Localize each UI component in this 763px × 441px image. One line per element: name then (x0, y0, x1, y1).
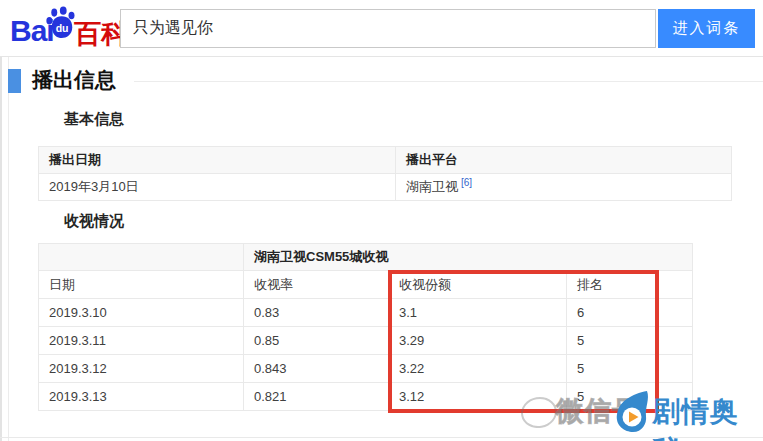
svg-text:du: du (56, 22, 69, 34)
cell-platform: 湖南卫视[6] (396, 174, 732, 201)
empty-cell (39, 244, 244, 271)
header-share: 收视份额 (389, 271, 567, 299)
cell-rating: 0.821 (244, 383, 389, 411)
content-left-border (8, 57, 9, 441)
page-left-edge (0, 57, 2, 441)
bottom-divider (0, 437, 763, 438)
table-row: 2019.3.12 0.843 3.22 5 (39, 355, 693, 383)
ratings-table-title: 湖南卫视CSM55城收视 (244, 244, 693, 271)
header-broadcast-platform: 播出平台 (396, 147, 732, 174)
basic-info-heading: 基本信息 (64, 110, 124, 129)
cell-date: 2019.3.13 (39, 383, 244, 411)
cell-rating: 0.83 (244, 299, 389, 327)
page-title: 播出信息 (32, 66, 116, 94)
cell-share: 3.1 (389, 299, 567, 327)
enter-entry-button[interactable]: 进入词条 (658, 9, 755, 48)
cell-date: 2019.3.11 (39, 327, 244, 355)
cell-rating: 0.843 (244, 355, 389, 383)
title-underline (134, 81, 763, 82)
cell-share: 3.22 (389, 355, 567, 383)
header-broadcast-date: 播出日期 (39, 147, 396, 174)
basic-info-table: 播出日期 播出平台 2019年3月10日 湖南卫视[6] (38, 146, 732, 201)
watermark-drop-play-icon (612, 389, 652, 437)
table-row: 2019.3.11 0.85 3.29 5 (39, 327, 693, 355)
cell-date: 2019年3月10日 (39, 174, 396, 201)
header-divider (0, 56, 763, 57)
cell-share: 3.29 (389, 327, 567, 355)
cell-date: 2019.3.10 (39, 299, 244, 327)
header-date: 日期 (39, 271, 244, 299)
watermark-brand-text: 剧情奥秘 (652, 393, 763, 441)
reference-link[interactable]: [6] (461, 177, 472, 188)
header-rating: 收视率 (244, 271, 389, 299)
table-row: 2019年3月10日 湖南卫视[6] (39, 174, 732, 201)
cell-date: 2019.3.12 (39, 355, 244, 383)
ratings-heading: 收视情况 (64, 212, 124, 231)
cell-rank: 6 (567, 299, 693, 327)
header-rank: 排名 (567, 271, 693, 299)
cell-rank: 5 (567, 355, 693, 383)
table-title-row: 湖南卫视CSM55城收视 (39, 244, 693, 271)
search-input[interactable] (120, 9, 656, 48)
table-row: 2019.3.10 0.83 3.1 6 (39, 299, 693, 327)
cell-rank: 5 (567, 327, 693, 355)
ratings-table: 湖南卫视CSM55城收视 日期 收视率 收视份额 排名 2019.3.10 0.… (38, 243, 693, 411)
platform-name: 湖南卫视 (406, 180, 458, 195)
section-title-marker (8, 69, 21, 93)
table-header-row: 日期 收视率 收视份额 排名 (39, 271, 693, 299)
baidu-paw-icon: du (46, 6, 76, 44)
cell-rating: 0.85 (244, 327, 389, 355)
table-header-row: 播出日期 播出平台 (39, 147, 732, 174)
